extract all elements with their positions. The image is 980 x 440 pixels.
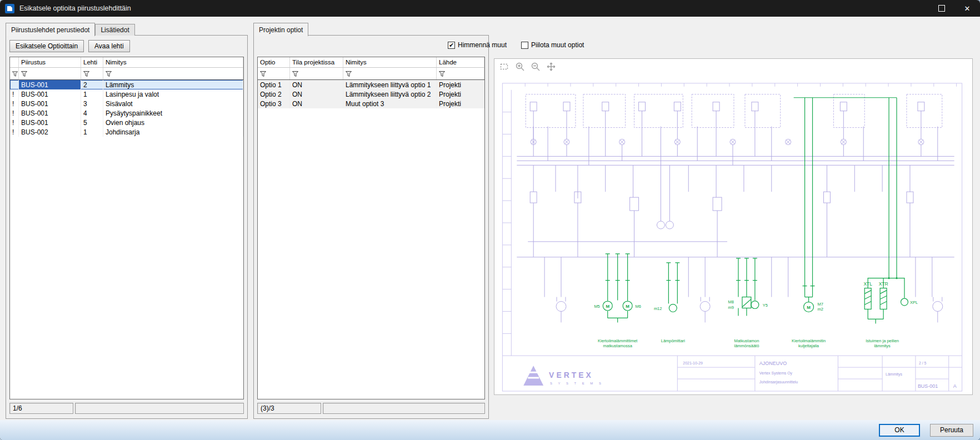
titleblock-sheet-number: 2 / 5	[919, 361, 927, 365]
options-table-header: Optio Tila projektissa Nimitys Lähde	[258, 57, 484, 68]
row-drawing: BUS-001	[19, 99, 81, 108]
option-row-1[interactable]: Optio 2 ON Lämmitykseen liittyvä optio 2…	[258, 89, 484, 99]
options-table-body: Optio 1 ON Lämmitykseen liittyvä optio 1…	[258, 80, 484, 399]
tag-m9: m9	[728, 305, 734, 310]
option-state: ON	[290, 89, 343, 99]
maximize-icon	[938, 5, 945, 12]
tag-xpl: XPL	[910, 300, 918, 305]
titlebar[interactable]: Esikatsele optioita piirustuslehdittäin …	[0, 0, 980, 17]
close-icon: ✕	[964, 5, 971, 12]
titleblock-company: Vertex Systems Oy	[759, 371, 793, 376]
tag-m12: m12	[654, 306, 662, 311]
filter-funnel-icon[interactable]	[292, 71, 299, 77]
table-row-2[interactable]: ! BUS-001 3 Sisävalot	[10, 99, 243, 108]
titleblock-dept: Johdinsarjasuunnittelu	[759, 380, 798, 384]
avaa-lehti-button[interactable]: Avaa lehti	[88, 40, 129, 52]
schematic-preview[interactable]: M M M M5 M6 m12 M8 m9 Y5 M7 m2 XTL XTR X…	[494, 59, 972, 394]
checkbox-label: Himmennä muut	[458, 41, 507, 49]
cluster-label-3b: lämmönsäätö	[734, 343, 759, 348]
filter-funnel-icon[interactable]	[83, 71, 90, 77]
sheets-table-filter-row	[10, 68, 243, 80]
option-id: Optio 2	[258, 89, 290, 99]
cluster-label-4b: kuljettajalla	[798, 343, 819, 348]
maximize-button[interactable]	[929, 0, 954, 17]
filter-funnel-icon[interactable]	[21, 71, 28, 77]
table-row-0[interactable]: BUS-001 2 Lämmitys	[10, 80, 243, 89]
row-sheet: 2	[81, 80, 103, 89]
zoom-in-icon[interactable]	[515, 62, 525, 72]
tag-y5: Y5	[763, 303, 768, 308]
option-name: Muut optiot 3	[343, 99, 437, 108]
tab-lisatiedot[interactable]: Lisätiedot	[95, 24, 134, 36]
filter-funnel-icon[interactable]	[345, 71, 352, 77]
row-marker: !	[10, 99, 19, 108]
option-state: ON	[290, 99, 343, 108]
option-source: Projekti	[437, 89, 484, 99]
cluster-label-2: Lämpömittari	[661, 338, 686, 343]
vertex-logo-subtext: S Y S T E M S	[550, 382, 603, 385]
table-row-3[interactable]: ! BUS-001 4 Pysäytyspainikkeet	[10, 108, 243, 118]
row-name: Ovien ohjaus	[103, 118, 243, 127]
esikatsele-optioittain-button[interactable]: Esikatsele Optioittain	[9, 40, 84, 52]
tag-m7: M7	[817, 302, 823, 307]
row-sheet: 1	[81, 89, 103, 99]
options-status-extra	[323, 403, 485, 414]
filter-funnel-icon[interactable]	[105, 71, 112, 77]
cluster-label-1: Kiertoilmalämmittimet	[598, 338, 638, 343]
row-name: Lämmitys	[103, 80, 243, 89]
pan-icon[interactable]	[546, 62, 556, 72]
option-id: Optio 1	[258, 80, 290, 89]
titleblock-drawing-number: BUS-001	[918, 383, 938, 389]
row-sheet: 4	[81, 108, 103, 118]
column-nimitys: Nimitys	[103, 57, 243, 67]
zoom-out-icon[interactable]	[531, 62, 541, 72]
option-source: Projekti	[437, 99, 484, 108]
preview-toolbar	[499, 62, 556, 72]
options-statusbar: (3)/3	[257, 403, 485, 414]
preview-panel: M M M M5 M6 m12 M8 m9 Y5 M7 m2 XTL XTR X…	[494, 58, 973, 395]
option-row-2[interactable]: Optio 3 ON Muut optiot 3 Projekti	[258, 99, 484, 108]
row-drawing: BUS-001	[19, 80, 81, 89]
vertex-logo-triangle	[523, 366, 543, 386]
table-row-1[interactable]: ! BUS-001 1 Lasinpesu ja valot	[10, 89, 243, 99]
option-row-0[interactable]: Optio 1 ON Lämmitykseen liittyvä optio 1…	[258, 80, 484, 89]
filter-funnel-icon[interactable]	[438, 71, 446, 77]
preview-options-row: ✔ Himmennä muut Piilota muut optiot	[448, 41, 584, 49]
zoom-window-icon[interactable]	[499, 62, 509, 72]
left-tabstrip: Piirustuslehdet perustiedot Lisätiedot	[6, 22, 135, 36]
titleblock-date: 2021-10-29	[683, 361, 703, 365]
ok-button[interactable]: OK	[879, 424, 920, 437]
checkbox-box	[521, 42, 528, 49]
dialog-window: Esikatsele optioita piirustuslehdittäin …	[0, 0, 980, 440]
vertex-app-icon	[5, 4, 14, 13]
vertex-logo-text: VERTEX	[549, 371, 593, 379]
titleblock-revision: A	[953, 383, 957, 389]
tag-m6: M6	[636, 304, 641, 309]
row-name: Sisävalot	[103, 99, 243, 108]
close-button[interactable]: ✕	[954, 0, 980, 17]
left-statusbar: 1/6	[9, 403, 244, 414]
checkbox-himmenna-muut[interactable]: ✔ Himmennä muut	[448, 41, 507, 49]
option-name: Lämmitykseen liittyvä optio 1	[343, 80, 437, 89]
tab-piirustuslehdet-perustiedot[interactable]: Piirustuslehdet perustiedot	[6, 23, 95, 36]
filter-funnel-icon[interactable]	[12, 71, 18, 77]
table-row-5[interactable]: ! BUS-002 1 Johdinsarja	[10, 127, 243, 137]
tab-projektin-optiot[interactable]: Projektin optiot	[253, 23, 308, 36]
table-row-4[interactable]: ! BUS-001 5 Ovien ohjaus	[10, 118, 243, 127]
row-drawing: BUS-001	[19, 108, 81, 118]
column-optio: Optio	[258, 57, 290, 67]
tag-xtl: XTL	[863, 281, 872, 287]
sheets-table: Piirustus Lehti Nimitys BUS-001 2 Lämmit…	[9, 57, 244, 399]
row-marker: !	[10, 118, 19, 127]
cancel-button[interactable]: Peruuta	[930, 424, 973, 437]
left-toolbar: Esikatsele Optioittain Avaa lehti	[9, 40, 244, 52]
row-drawing: BUS-001	[19, 118, 81, 127]
column-tila-projektissa: Tila projektissa	[290, 57, 343, 67]
row-marker: !	[10, 89, 19, 99]
column-piirustus: Piirustus	[19, 57, 81, 67]
filter-funnel-icon[interactable]	[259, 71, 267, 77]
options-table-filter-row	[258, 68, 484, 80]
option-id: Optio 3	[258, 99, 290, 108]
checkbox-piilota-muut-optiot[interactable]: Piilota muut optiot	[521, 41, 584, 49]
cluster-label-1b: matkustamossa	[603, 343, 633, 348]
